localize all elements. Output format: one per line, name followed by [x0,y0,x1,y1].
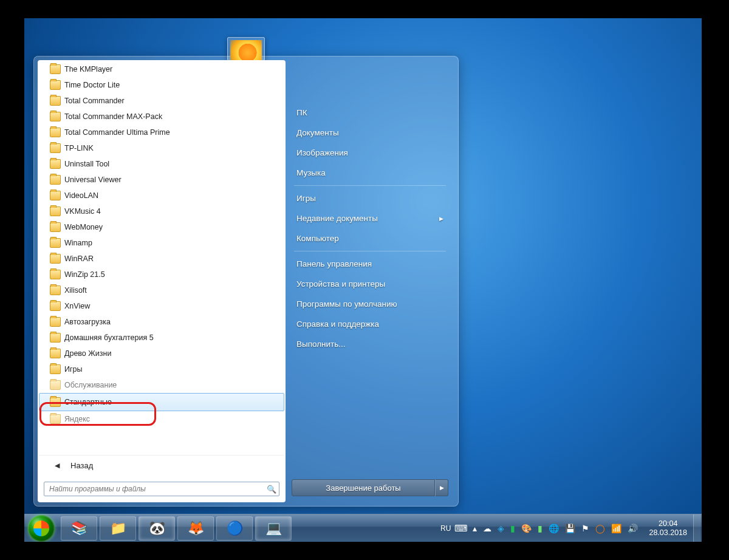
start-menu-right-item[interactable]: Справка и поддержка [290,314,450,334]
program-folder-item[interactable]: Total Commander [39,93,284,109]
desktop[interactable]: The KMPlayerTime Doctor LiteTotal Comman… [24,18,702,542]
back-button[interactable]: ◀ Назад [39,455,284,476]
program-item-label: TP-LINK [64,144,94,152]
system-tray: RU ⌨ ▴ ☁ ◈ ▮ 🎨 ▮ 🌐 💾 ⚑ ◯ 📶 🔊 2 [437,514,702,542]
all-programs-panel: The KMPlayerTime Doctor LiteTotal Comman… [38,60,286,502]
program-folder-item[interactable]: Total Commander Ultima Prime [39,125,284,140]
program-folder-item[interactable]: Обслуживание [39,377,284,393]
screenshot-frame: The KMPlayerTime Doctor LiteTotal Comman… [0,0,729,560]
start-menu-right-item[interactable]: Игры [290,188,450,208]
volume-icon[interactable]: 🔊 [628,524,638,533]
start-menu-right-item[interactable]: Недавние документы▶ [290,208,450,228]
program-folder-item[interactable]: TP-LINK [39,140,284,156]
globe-icon[interactable]: 🌐 [549,524,559,533]
folder-icon [50,301,61,311]
language-indicator[interactable]: RU [437,524,454,533]
shutdown-button[interactable]: Завершение работы [292,479,435,496]
telegram-icon[interactable]: ◈ [498,524,504,533]
program-folder-item[interactable]: WinRAR [39,251,284,267]
folder-icon [50,317,61,327]
folder-icon [50,270,61,279]
program-folder-item[interactable]: Total Commander MAX-Pack [39,109,284,125]
network-icon[interactable]: 📶 [611,524,621,533]
right-item-label: ПК [296,108,307,117]
back-arrow-icon: ◀ [55,462,60,470]
taskbar-app-terminal[interactable]: 💻 [255,516,292,541]
taskbar-app-panda[interactable]: 🐼 [139,516,175,541]
tray-expand-icon[interactable]: ▴ [473,524,477,533]
search-icon: 🔍 [267,485,276,494]
program-folder-item[interactable]: Автозагрузка [39,314,284,330]
cloud-icon[interactable]: ☁ [483,524,491,533]
right-item-label: Документы [296,128,339,137]
taskbar-app-explorer[interactable]: 📁 [100,516,136,541]
show-desktop-button[interactable] [693,514,700,542]
program-item-label: VideoLAN [64,191,98,200]
taskbar-clock[interactable]: 20:04 28.03.2018 [643,519,693,538]
program-item-label: Стандартные [64,398,112,406]
start-menu-right-item[interactable]: Панель управления [290,254,450,274]
start-menu-right-item[interactable]: Музыка [290,163,450,183]
program-item-label: XnView [64,302,90,310]
program-folder-item[interactable]: VKMusic 4 [39,203,284,219]
search-input[interactable] [49,485,267,493]
folder-icon [50,285,61,295]
folder-icon [50,80,61,90]
app-icon[interactable]: ◯ [595,524,605,533]
app-icon[interactable]: ▮ [510,524,515,533]
program-item-label: Древо Жизни [64,349,111,358]
program-folder-item[interactable]: VideoLAN [39,188,284,203]
search-box[interactable]: 🔍 [44,482,279,496]
taskbar-app-libraries[interactable]: 📚 [61,516,97,541]
start-menu-right-item[interactable]: Устройства и принтеры [290,274,450,294]
program-folder-item[interactable]: Древо Жизни [39,346,284,361]
program-folder-item[interactable]: Игры [39,361,284,377]
program-folder-item[interactable]: Домашняя бухгалтерия 5 [39,330,284,346]
start-button[interactable] [28,515,55,542]
program-item-label: Uninstall Tool [64,160,109,168]
start-menu-right-item[interactable]: Документы [290,123,450,143]
signal-icon[interactable]: ▮ [538,524,542,533]
right-item-label: Недавние документы [296,214,378,223]
program-folder-item[interactable]: XnView [39,298,284,314]
right-item-label: Программы по умолчанию [296,299,397,309]
program-item-label: The KMPlayer [64,65,112,73]
program-item-label: VKMusic 4 [64,207,101,216]
program-folder-item[interactable]: The KMPlayer [39,61,284,77]
separator [294,251,446,251]
start-menu-right-item[interactable]: ПК [290,103,450,123]
program-folder-item[interactable]: Uninstall Tool [39,156,284,172]
taskbar-app-firefox[interactable]: 🦊 [177,516,214,541]
taskbar-app-skype[interactable]: 🔵 [216,516,253,541]
program-folder-item[interactable]: Time Doctor Lite [39,77,284,93]
program-item-label: Total Commander MAX-Pack [64,112,162,121]
start-menu-right-item[interactable]: Компьютер [290,228,450,248]
app-icon[interactable]: 🎨 [521,524,532,533]
program-list[interactable]: The KMPlayerTime Doctor LiteTotal Comman… [39,61,284,455]
folder-icon [50,364,61,374]
program-item-label: Xilisoft [64,286,87,295]
start-menu-right-item[interactable]: Программы по умолчанию [290,294,450,314]
program-folder-item[interactable]: WinZip 21.5 [39,267,284,282]
right-item-label: Изображения [296,148,348,157]
program-folder-item[interactable]: WebMoney [39,219,284,235]
clock-date: 28.03.2018 [649,528,687,538]
start-menu-right-item[interactable]: Изображения [290,143,450,163]
program-folder-item[interactable]: Стандартные [39,393,284,411]
drive-icon[interactable]: 💾 [565,524,575,533]
shutdown-options-arrow[interactable]: ▶ [435,479,448,496]
tray-icons: ▴ ☁ ◈ ▮ 🎨 ▮ 🌐 💾 ⚑ ◯ 📶 🔊 [468,524,643,533]
program-folder-item[interactable]: Яндекс [39,411,284,427]
flag-icon[interactable]: ⚑ [581,524,589,533]
program-folder-item[interactable]: Winamp [39,235,284,251]
folder-icon [50,191,61,200]
keyboard-icon[interactable]: ⌨ [454,523,468,534]
start-menu-right-item[interactable]: Выполнить... [290,334,450,354]
program-item-label: Total Commander Ultima Prime [64,128,170,137]
program-folder-item[interactable]: Universal Viewer [39,172,284,188]
folder-icon [50,143,61,153]
right-item-label: Панель управления [296,259,372,268]
program-folder-item[interactable]: Xilisoft [39,282,284,298]
folder-icon [50,64,61,74]
right-item-label: Игры [296,194,316,203]
